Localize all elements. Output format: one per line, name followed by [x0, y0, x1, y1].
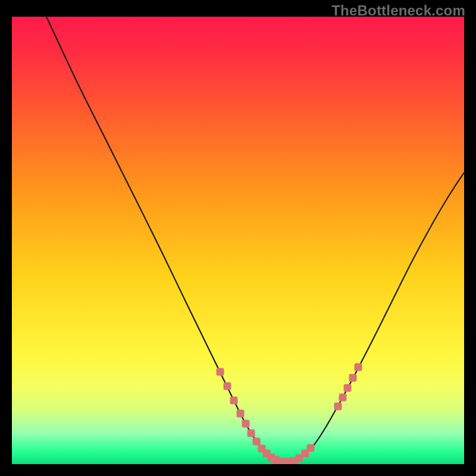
chart-frame: TheBottleneck.com	[0, 0, 476, 476]
data-dot	[248, 430, 255, 437]
data-dot	[349, 374, 357, 382]
data-dot	[334, 403, 342, 411]
data-dot	[339, 394, 347, 402]
data-dot	[355, 364, 362, 371]
data-dot	[217, 368, 224, 376]
data-dot	[224, 383, 231, 390]
plot-area	[12, 17, 464, 464]
data-dot	[230, 397, 238, 405]
data-dot	[237, 410, 245, 418]
data-dot	[242, 420, 250, 428]
data-dot	[344, 384, 352, 392]
watermark-text: TheBottleneck.com	[331, 2, 465, 19]
data-dot	[307, 444, 315, 452]
bottleneck-curve	[12, 17, 464, 464]
